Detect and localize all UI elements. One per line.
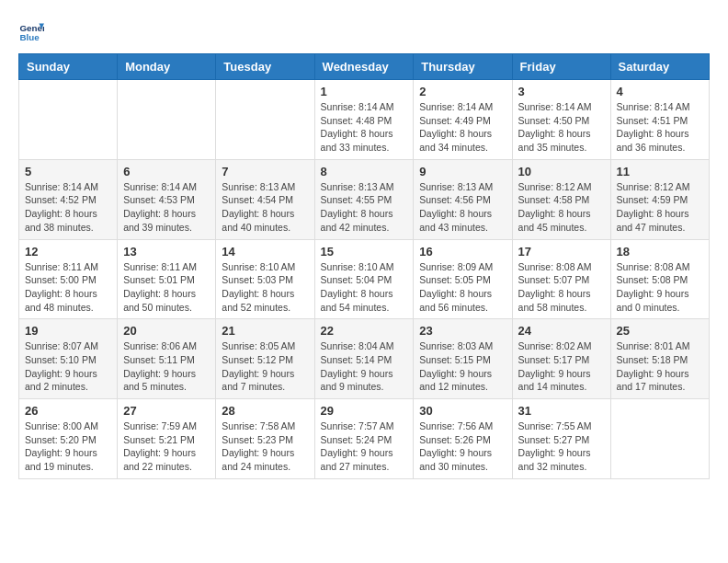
calendar-day-cell [19, 80, 118, 160]
calendar-day-cell: 19Sunrise: 8:07 AM Sunset: 5:10 PM Dayli… [19, 319, 118, 399]
calendar-day-cell: 30Sunrise: 7:56 AM Sunset: 5:26 PM Dayli… [414, 399, 512, 479]
day-info: Sunrise: 8:13 AM Sunset: 4:55 PM Dayligh… [321, 180, 408, 235]
calendar-day-cell: 13Sunrise: 8:11 AM Sunset: 5:01 PM Dayli… [118, 239, 216, 319]
calendar-day-cell: 24Sunrise: 8:02 AM Sunset: 5:17 PM Dayli… [512, 319, 610, 399]
calendar-week-row: 26Sunrise: 8:00 AM Sunset: 5:20 PM Dayli… [19, 399, 710, 479]
day-number: 20 [123, 324, 210, 338]
day-info: Sunrise: 8:11 AM Sunset: 5:00 PM Dayligh… [25, 260, 111, 315]
day-info: Sunrise: 8:03 AM Sunset: 5:15 PM Dayligh… [419, 339, 506, 394]
day-number: 12 [25, 245, 111, 259]
calendar-week-row: 19Sunrise: 8:07 AM Sunset: 5:10 PM Dayli… [19, 319, 710, 399]
calendar-day-cell: 22Sunrise: 8:04 AM Sunset: 5:14 PM Dayli… [314, 319, 414, 399]
day-number: 11 [617, 165, 703, 178]
calendar-day-cell: 26Sunrise: 8:00 AM Sunset: 5:20 PM Dayli… [19, 399, 118, 479]
day-info: Sunrise: 8:14 AM Sunset: 4:52 PM Dayligh… [25, 180, 111, 235]
calendar-table: SundayMondayTuesdayWednesdayThursdayFrid… [18, 53, 710, 479]
calendar-day-cell: 17Sunrise: 8:08 AM Sunset: 5:07 PM Dayli… [512, 239, 610, 319]
day-number: 24 [518, 324, 605, 338]
calendar-day-cell: 28Sunrise: 7:58 AM Sunset: 5:23 PM Dayli… [216, 399, 314, 479]
day-info: Sunrise: 8:10 AM Sunset: 5:04 PM Dayligh… [321, 260, 408, 315]
day-info: Sunrise: 8:14 AM Sunset: 4:51 PM Dayligh… [617, 100, 703, 155]
day-number: 6 [123, 165, 210, 178]
day-info: Sunrise: 8:09 AM Sunset: 5:05 PM Dayligh… [419, 260, 506, 315]
calendar-week-row: 5Sunrise: 8:14 AM Sunset: 4:52 PM Daylig… [19, 159, 710, 239]
day-number: 18 [617, 245, 703, 259]
day-info: Sunrise: 8:13 AM Sunset: 4:54 PM Dayligh… [222, 180, 308, 235]
weekday-header: Wednesday [314, 54, 414, 80]
day-info: Sunrise: 8:11 AM Sunset: 5:01 PM Dayligh… [123, 260, 210, 315]
weekday-header: Monday [118, 54, 216, 80]
day-number: 31 [518, 404, 605, 418]
calendar-day-cell: 23Sunrise: 8:03 AM Sunset: 5:15 PM Dayli… [414, 319, 512, 399]
calendar-day-cell [216, 80, 314, 160]
day-info: Sunrise: 8:04 AM Sunset: 5:14 PM Dayligh… [321, 339, 408, 394]
day-number: 21 [222, 324, 308, 338]
day-info: Sunrise: 8:12 AM Sunset: 4:58 PM Dayligh… [518, 180, 605, 235]
day-number: 13 [123, 245, 210, 259]
calendar-day-cell: 29Sunrise: 7:57 AM Sunset: 5:24 PM Dayli… [314, 399, 414, 479]
day-info: Sunrise: 8:14 AM Sunset: 4:53 PM Dayligh… [123, 180, 210, 235]
day-info: Sunrise: 8:07 AM Sunset: 5:10 PM Dayligh… [25, 339, 111, 394]
day-info: Sunrise: 7:58 AM Sunset: 5:23 PM Dayligh… [222, 419, 308, 474]
day-number: 30 [419, 404, 506, 418]
weekday-header: Sunday [19, 54, 118, 80]
svg-text:Blue: Blue [19, 32, 40, 42]
weekday-header: Tuesday [216, 54, 314, 80]
calendar-day-cell: 25Sunrise: 8:01 AM Sunset: 5:18 PM Dayli… [610, 319, 709, 399]
calendar-day-cell: 4Sunrise: 8:14 AM Sunset: 4:51 PM Daylig… [610, 80, 709, 160]
day-info: Sunrise: 8:00 AM Sunset: 5:20 PM Dayligh… [25, 419, 111, 474]
calendar-day-cell: 18Sunrise: 8:08 AM Sunset: 5:08 PM Dayli… [610, 239, 709, 319]
calendar-day-cell: 5Sunrise: 8:14 AM Sunset: 4:52 PM Daylig… [19, 159, 118, 239]
day-number: 9 [419, 165, 506, 178]
calendar-day-cell: 10Sunrise: 8:12 AM Sunset: 4:58 PM Dayli… [512, 159, 610, 239]
day-info: Sunrise: 8:12 AM Sunset: 4:59 PM Dayligh… [617, 180, 703, 235]
day-number: 25 [617, 324, 703, 338]
day-info: Sunrise: 8:08 AM Sunset: 5:07 PM Dayligh… [518, 260, 605, 315]
calendar-day-cell: 16Sunrise: 8:09 AM Sunset: 5:05 PM Dayli… [414, 239, 512, 319]
day-info: Sunrise: 8:13 AM Sunset: 4:56 PM Dayligh… [419, 180, 506, 235]
day-number: 27 [123, 404, 210, 418]
logo: General Blue [18, 18, 48, 44]
weekday-header: Saturday [610, 54, 709, 80]
calendar-day-cell: 9Sunrise: 8:13 AM Sunset: 4:56 PM Daylig… [414, 159, 512, 239]
day-number: 17 [518, 245, 605, 259]
day-info: Sunrise: 8:14 AM Sunset: 4:50 PM Dayligh… [518, 100, 605, 155]
weekday-header: Thursday [414, 54, 512, 80]
page-header: General Blue [18, 18, 710, 44]
day-number: 26 [25, 404, 111, 418]
day-number: 22 [321, 324, 408, 338]
day-number: 23 [419, 324, 506, 338]
day-number: 7 [222, 165, 308, 178]
day-number: 4 [617, 85, 703, 98]
day-number: 19 [25, 324, 111, 338]
calendar-week-row: 12Sunrise: 8:11 AM Sunset: 5:00 PM Dayli… [19, 239, 710, 319]
calendar-day-cell: 2Sunrise: 8:14 AM Sunset: 4:49 PM Daylig… [414, 80, 512, 160]
day-number: 29 [321, 404, 408, 418]
day-info: Sunrise: 8:14 AM Sunset: 4:48 PM Dayligh… [321, 100, 408, 155]
day-info: Sunrise: 8:08 AM Sunset: 5:08 PM Dayligh… [617, 260, 703, 315]
day-info: Sunrise: 7:55 AM Sunset: 5:27 PM Dayligh… [518, 419, 605, 474]
day-number: 15 [321, 245, 408, 259]
calendar-day-cell: 1Sunrise: 8:14 AM Sunset: 4:48 PM Daylig… [314, 80, 414, 160]
calendar-week-row: 1Sunrise: 8:14 AM Sunset: 4:48 PM Daylig… [19, 80, 710, 160]
day-number: 8 [321, 165, 408, 178]
calendar-day-cell [610, 399, 709, 479]
logo-icon: General Blue [18, 18, 44, 44]
calendar-day-cell: 27Sunrise: 7:59 AM Sunset: 5:21 PM Dayli… [118, 399, 216, 479]
day-number: 16 [419, 245, 506, 259]
day-info: Sunrise: 8:02 AM Sunset: 5:17 PM Dayligh… [518, 339, 605, 394]
calendar-day-cell [118, 80, 216, 160]
day-info: Sunrise: 8:05 AM Sunset: 5:12 PM Dayligh… [222, 339, 308, 394]
day-number: 14 [222, 245, 308, 259]
calendar-day-cell: 12Sunrise: 8:11 AM Sunset: 5:00 PM Dayli… [19, 239, 118, 319]
calendar-day-cell: 15Sunrise: 8:10 AM Sunset: 5:04 PM Dayli… [314, 239, 414, 319]
calendar-day-cell: 6Sunrise: 8:14 AM Sunset: 4:53 PM Daylig… [118, 159, 216, 239]
day-number: 1 [321, 85, 408, 98]
day-number: 2 [419, 85, 506, 98]
day-number: 10 [518, 165, 605, 178]
day-info: Sunrise: 8:14 AM Sunset: 4:49 PM Dayligh… [419, 100, 506, 155]
day-info: Sunrise: 8:06 AM Sunset: 5:11 PM Dayligh… [123, 339, 210, 394]
day-info: Sunrise: 7:57 AM Sunset: 5:24 PM Dayligh… [321, 419, 408, 474]
day-number: 5 [25, 165, 111, 178]
day-number: 28 [222, 404, 308, 418]
